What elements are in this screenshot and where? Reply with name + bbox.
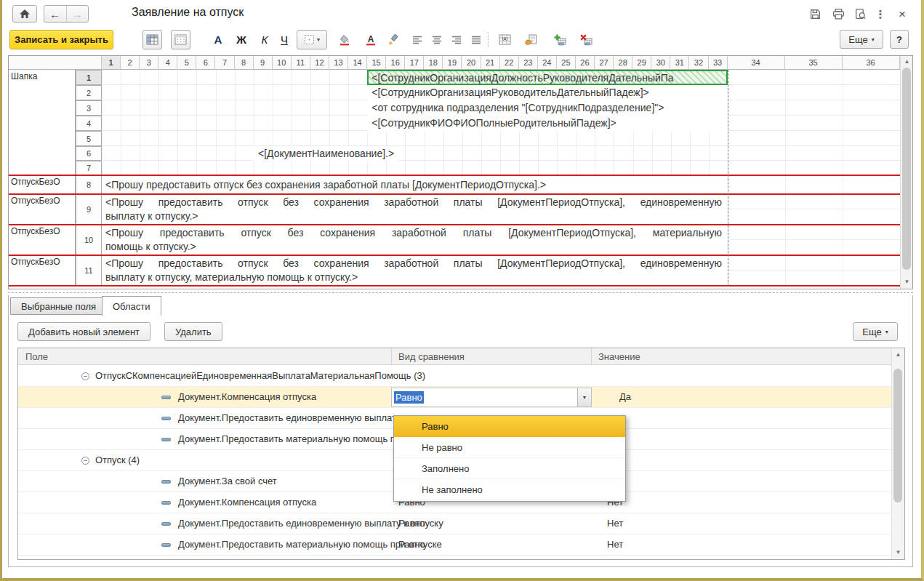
col-header-26[interactable]: 26 bbox=[576, 56, 595, 70]
underline-button[interactable]: Ч bbox=[274, 30, 294, 49]
col-header-6[interactable]: 6 bbox=[196, 56, 215, 70]
close-button[interactable]: × bbox=[893, 6, 911, 22]
italic-button[interactable]: К bbox=[254, 30, 275, 49]
col-header-2[interactable]: 2 bbox=[121, 56, 140, 70]
tab-selected-fields[interactable]: Выбранные поля bbox=[10, 297, 107, 315]
help-button[interactable]: ? bbox=[890, 30, 909, 49]
row-header-10[interactable]: 10 bbox=[76, 225, 102, 255]
sheet-vertical-scrollbar[interactable]: ▲ ▼ bbox=[900, 56, 913, 289]
col-header-7[interactable]: 7 bbox=[215, 56, 234, 70]
sheet-row-10[interactable]: 10<Прошу предоставить отпуск без сохране… bbox=[76, 225, 900, 255]
bold-button[interactable]: Ж bbox=[231, 30, 252, 49]
merged-cell[interactable]: <Прошу предоставить отпуск без сохранени… bbox=[102, 255, 728, 286]
row-cells[interactable]: <[СотрудникФИОФИОПолныеРодительныйПадеж]… bbox=[102, 116, 728, 131]
col-header-11[interactable]: 11 bbox=[292, 56, 310, 70]
row-cells-wide[interactable] bbox=[728, 85, 900, 100]
dropdown-item[interactable]: Не равно bbox=[394, 437, 625, 458]
row-cells[interactable] bbox=[102, 131, 728, 146]
scroll-thumb[interactable] bbox=[893, 369, 902, 502]
value-cell[interactable]: Нет bbox=[607, 539, 623, 550]
row-header-11[interactable]: 11 bbox=[76, 255, 102, 286]
sheet-row-11[interactable]: 11<Прошу предоставить отпуск без сохране… bbox=[76, 255, 900, 286]
sheet-row-2[interactable]: 2<[СотрудникОрганизацияРуководительДател… bbox=[76, 85, 900, 100]
scroll-up-icon[interactable]: ▲ bbox=[892, 351, 904, 358]
row-cells[interactable]: <[СотрудникОрганизацияДолжностьРуководит… bbox=[102, 70, 728, 85]
comparison-combobox[interactable]: Равно▾ bbox=[391, 388, 592, 407]
more-menu-button[interactable]: ⋮ bbox=[872, 6, 889, 22]
col-header-4[interactable]: 4 bbox=[158, 56, 177, 70]
delete-button[interactable]: Удалить bbox=[164, 322, 222, 341]
sheet-corner-cell[interactable] bbox=[9, 56, 102, 70]
sheet-row-5[interactable]: 5 bbox=[76, 131, 900, 146]
sheet-section-5[interactable]: ОтпускБезО bbox=[9, 255, 76, 286]
row-cells-wide[interactable] bbox=[728, 194, 900, 225]
sheet-section-1[interactable]: Шапка bbox=[9, 70, 76, 175]
sheet-row-8[interactable]: 8<Прошу предоставить отпуск без сохранен… bbox=[76, 175, 900, 194]
row-cells-wide[interactable] bbox=[728, 175, 900, 194]
sheet-row-4[interactable]: 4<[СотрудникФИОФИОПолныеРодительныйПадеж… bbox=[76, 116, 900, 131]
save-button[interactable] bbox=[806, 6, 824, 22]
toolbar-more-button[interactable]: Еще ▾ bbox=[840, 30, 883, 49]
col-header-35[interactable]: 35 bbox=[785, 56, 843, 70]
row-cells-wide[interactable] bbox=[728, 225, 900, 255]
merged-cell[interactable]: <[СотрудникОрганизацияРуководительДатель… bbox=[367, 85, 728, 100]
row-header-6[interactable]: 6 bbox=[76, 146, 102, 161]
col-header-25[interactable]: 25 bbox=[557, 56, 576, 70]
col-header-28[interactable]: 28 bbox=[614, 56, 632, 70]
collapse-icon[interactable] bbox=[81, 372, 89, 380]
place-document-button[interactable] bbox=[520, 30, 542, 49]
highlight-button[interactable] bbox=[382, 30, 403, 49]
col-header-8[interactable]: 8 bbox=[235, 56, 254, 70]
col-header-33[interactable]: 33 bbox=[709, 56, 728, 70]
row-cells-wide[interactable] bbox=[728, 161, 900, 175]
row-header-8[interactable]: 8 bbox=[76, 175, 102, 194]
borders-dropdown-button[interactable]: ▾ bbox=[297, 30, 327, 49]
col-header-12[interactable]: 12 bbox=[310, 56, 329, 70]
toggle-headers-button[interactable] bbox=[142, 30, 162, 49]
comparison-cell[interactable]: Равно bbox=[398, 518, 425, 529]
back-button[interactable]: ← bbox=[44, 6, 66, 22]
value-cell[interactable]: Нет bbox=[607, 518, 623, 529]
align-justify-button[interactable] bbox=[465, 30, 487, 49]
col-header-32[interactable]: 32 bbox=[689, 56, 708, 70]
table-row[interactable]: Документ.Компенсация отпускаРавно▾Да bbox=[18, 387, 893, 408]
col-header-31[interactable]: 31 bbox=[670, 56, 689, 70]
row-cells[interactable]: <[ДокументНаименование].> bbox=[102, 146, 728, 161]
fill-color-button[interactable] bbox=[334, 30, 355, 49]
col-header-30[interactable]: 30 bbox=[651, 56, 670, 70]
row-cells-wide[interactable] bbox=[728, 255, 900, 286]
font-color-button[interactable]: А bbox=[360, 30, 382, 49]
col-header-36[interactable]: 36 bbox=[843, 56, 900, 70]
add-row-button[interactable] bbox=[549, 30, 571, 49]
sheet-section-2[interactable]: ОтпускБезО bbox=[9, 175, 76, 194]
merged-cell[interactable]: <[СотрудникФИОФИОПолныеРодительныйПадеж]… bbox=[367, 116, 728, 131]
font-button[interactable]: А bbox=[208, 30, 228, 49]
value-cell[interactable]: Да bbox=[619, 391, 631, 402]
col-header-24[interactable]: 24 bbox=[538, 56, 557, 70]
scroll-thumb[interactable] bbox=[902, 68, 911, 270]
merged-cell[interactable]: <Прошу предоставить отпуск без сохранени… bbox=[102, 225, 728, 255]
merged-cell[interactable]: <Прошу предоставить отпуск без сохранени… bbox=[102, 194, 728, 225]
sheet-row-1[interactable]: 1<[СотрудникОрганизацияДолжностьРуководи… bbox=[76, 70, 900, 85]
align-left-button[interactable] bbox=[406, 30, 428, 49]
scroll-down-icon[interactable]: ▼ bbox=[901, 279, 913, 285]
row-header-1[interactable]: 1 bbox=[76, 70, 102, 85]
col-header-5[interactable]: 5 bbox=[177, 56, 196, 70]
align-center-button[interactable] bbox=[426, 30, 448, 49]
col-header-29[interactable]: 29 bbox=[632, 56, 651, 70]
col-header-10[interactable]: 10 bbox=[273, 56, 292, 70]
row-cells[interactable]: <от сотрудника подразделения "[Сотрудник… bbox=[102, 100, 728, 116]
scroll-down-icon[interactable]: ▼ bbox=[892, 549, 904, 556]
dropdown-item[interactable]: Заполнено bbox=[394, 458, 625, 479]
col-header-22[interactable]: 22 bbox=[500, 56, 519, 70]
col-header-1[interactable]: 1 bbox=[102, 56, 121, 70]
sheet-row-6[interactable]: 6<[ДокументНаименование].> bbox=[76, 146, 900, 161]
column-separator[interactable] bbox=[391, 348, 392, 364]
row-cells[interactable]: <[СотрудникОрганизацияРуководительДатель… bbox=[102, 85, 728, 100]
col-header-13[interactable]: 13 bbox=[329, 56, 348, 70]
col-header-15[interactable]: 15 bbox=[367, 56, 386, 70]
row-header-9[interactable]: 9 bbox=[76, 194, 102, 225]
sheet-row-3[interactable]: 3<от сотрудника подразделения "[Сотрудни… bbox=[76, 100, 900, 116]
merged-cell[interactable]: <[ДокументНаименование].> bbox=[254, 146, 398, 161]
table-group-row[interactable]: ОтпускСКомпенсациейЕдиновременнаяВыплата… bbox=[18, 366, 893, 387]
